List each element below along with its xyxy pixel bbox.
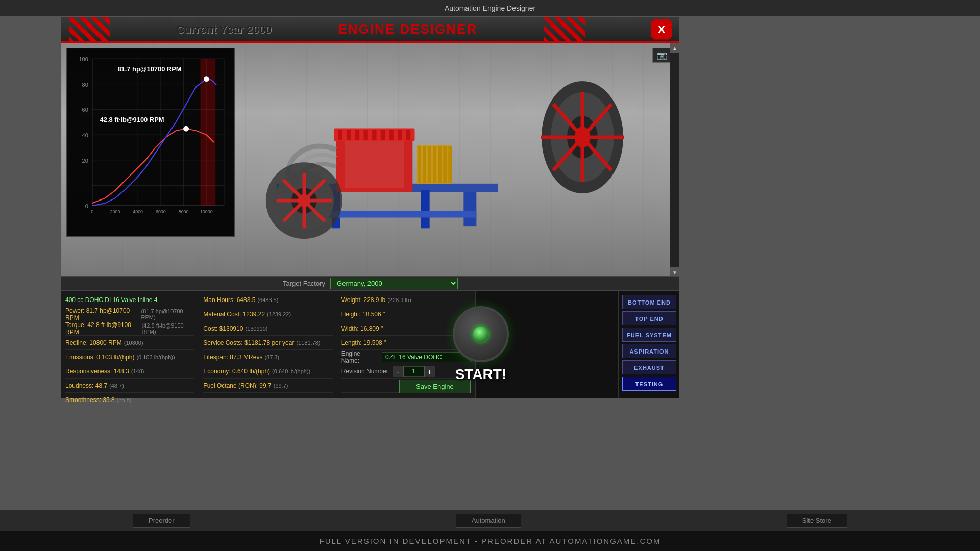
lifespan-label: Lifespan: 87.3 MRevs <box>203 354 262 361</box>
svg-text:60: 60 <box>82 107 88 113</box>
window-header: Current Year 2000 ENGINE DESIGNER X <box>61 17 679 43</box>
smoothness-label: Smoothness: 35.8 <box>65 396 115 404</box>
svg-text:2000: 2000 <box>110 209 120 214</box>
svg-rect-53 <box>428 146 431 183</box>
start-indicator <box>473 327 488 342</box>
start-area: START! <box>410 288 552 395</box>
responsiveness-label: Responsiveness: 148.3 <box>65 368 129 375</box>
svg-text:80: 80 <box>82 82 88 88</box>
svg-rect-41 <box>338 130 342 140</box>
cost-base: (130910) <box>245 325 267 332</box>
svg-rect-42 <box>347 130 351 140</box>
height-label: Height: 18.506 " <box>341 311 385 318</box>
scroll-up-arrow[interactable]: ▲ <box>670 43 679 53</box>
factory-dropdown[interactable]: Germany, 2000 <box>330 278 458 289</box>
loudness-base: (48.7) <box>109 383 124 389</box>
top-end-button[interactable]: TOP END <box>622 311 676 325</box>
bottom-end-button[interactable]: BOTTOM END <box>622 295 676 309</box>
redline-label: Redline: 10800 RPM <box>65 339 122 346</box>
economy-base: (0.640 lb/(hph)) <box>272 368 310 374</box>
svg-text:6000: 6000 <box>156 209 166 214</box>
start-label[interactable]: START! <box>455 366 507 383</box>
preorder-text: FULL VERSION IN DEVELOPMENT - PREORDER A… <box>320 537 661 545</box>
exhaust-button[interactable]: EXHAUST <box>622 360 676 374</box>
power-label: Power: 81.7 hp@10700 RPM <box>65 307 139 321</box>
svg-rect-51 <box>418 146 421 183</box>
man-hours-base: (6483.5) <box>257 297 278 303</box>
main-window: Current Year 2000 ENGINE DESIGNER X <box>60 16 680 399</box>
svg-rect-55 <box>438 146 442 183</box>
lifespan-row: Lifespan: 87.3 MRevs (87.3) <box>203 350 332 364</box>
emissions-label: Emissions: 0.103 lb/(hph) <box>65 354 134 361</box>
title-bar-label: Automation Engine Designer <box>445 4 535 12</box>
header-title: ENGINE DESIGNER <box>338 21 478 37</box>
header-year: Current Year 2000 <box>176 23 272 36</box>
svg-rect-39 <box>345 137 404 188</box>
service-costs-label: Service Costs: $1181.78 per year <box>203 339 294 346</box>
svg-rect-48 <box>398 130 402 140</box>
factory-label: Target Factory <box>283 280 325 287</box>
svg-text:8000: 8000 <box>179 209 189 214</box>
material-cost-label: Material Cost: 1239.22 <box>203 311 265 318</box>
svg-text:100: 100 <box>79 56 88 62</box>
close-button[interactable]: X <box>651 19 672 40</box>
camera-icon[interactable]: 📷 <box>652 48 672 63</box>
material-cost-base: (1239.22) <box>267 311 291 317</box>
svg-rect-44 <box>364 130 368 140</box>
svg-rect-34 <box>463 192 476 227</box>
start-button[interactable] <box>453 306 509 362</box>
engine-visual <box>255 84 510 262</box>
svg-rect-49 <box>406 130 410 140</box>
title-bar: Automation Engine Designer <box>0 0 980 16</box>
aspiration-button[interactable]: ASPIRATION <box>622 344 676 358</box>
torque-label: Torque: 42.8 ft-lb@9100 RPM <box>65 321 140 336</box>
automation-footer-button[interactable]: Automation <box>456 514 521 528</box>
start-controls-col: START! <box>475 291 618 398</box>
engine-description-row: 400 cc DOHC DI 16 Valve Inline 4 <box>65 293 194 307</box>
redline-row: Redline: 10800 RPM (10800) <box>65 336 194 350</box>
bottom-panel: Target Factory Germany, 2000 400 cc DOHC… <box>61 276 679 398</box>
svg-text:0: 0 <box>91 209 93 214</box>
emissions-row: Emissions: 0.103 lb/(hph) (0.103 lb/(hph… <box>65 350 194 364</box>
scene-area: 100 80 60 40 20 0 0 2000 4000 6000 8000 … <box>61 43 679 278</box>
svg-rect-46 <box>381 130 385 140</box>
cost-label: Cost: $130910 <box>203 325 243 332</box>
material-cost-row: Material Cost: 1239.22 (1239.22) <box>203 307 332 321</box>
svg-rect-52 <box>423 146 426 183</box>
loudness-row: Loudness: 48.7 (48.7) <box>65 379 194 393</box>
man-hours-row: Man Hours: 6483.5 (6483.5) <box>203 293 332 307</box>
economy-row: Economy: 0.640 lb/(hph) (0.640 lb/(hph)) <box>203 364 332 379</box>
svg-rect-56 <box>443 146 447 183</box>
width-label: Width: 16.809 " <box>341 325 383 332</box>
weight-label: Weight: 228.9 lb <box>341 296 386 304</box>
peak-torque-marker <box>184 126 189 131</box>
power-base: (81.7 hp@10700 RPM) <box>141 308 195 320</box>
weight-base: (228.9 lb) <box>387 297 411 303</box>
svg-text:81.7 hp@10700 RPM: 81.7 hp@10700 RPM <box>117 65 181 73</box>
scene-scrollbar[interactable]: ▲ ▼ <box>670 43 679 278</box>
revision-minus-button[interactable]: - <box>393 366 404 377</box>
responsiveness-row: Responsiveness: 148.3 (148) <box>65 364 194 379</box>
lifespan-base: (87.3) <box>264 354 279 360</box>
responsiveness-base: (148) <box>131 368 144 374</box>
fuel-octane-label: Fuel Octane (RON): 99.7 <box>203 382 271 389</box>
factory-bar: Target Factory Germany, 2000 <box>61 277 679 291</box>
svg-rect-43 <box>355 130 359 140</box>
header-stripes-left <box>69 17 110 42</box>
preorder-footer-button[interactable]: Preorder <box>133 514 190 528</box>
svg-text:20: 20 <box>82 158 88 164</box>
svg-rect-36 <box>421 190 430 228</box>
engine-controls-col: BOTTOM END TOP END FUEL SYSTEM ASPIRATIO… <box>618 291 679 398</box>
svg-rect-45 <box>372 130 376 140</box>
testing-button[interactable]: TESTING <box>622 377 676 391</box>
cost-row: Cost: $130910 (130910) <box>203 321 332 336</box>
fuel-system-button[interactable]: FUEL SYSTEM <box>622 328 676 342</box>
site-store-footer-button[interactable]: Site Store <box>787 514 847 528</box>
svg-text:4000: 4000 <box>133 209 143 214</box>
torque-row: Torque: 42.8 ft-lb@9100 RPM (42.8 ft-lb@… <box>65 321 194 336</box>
header-stripes-right <box>544 17 585 42</box>
svg-rect-57 <box>448 146 452 183</box>
power-chart: 100 80 60 40 20 0 0 2000 4000 6000 8000 … <box>67 48 234 236</box>
smoothness-row: Smoothness: 35.8 (35.8) <box>65 393 194 407</box>
fuel-octane-row: Fuel Octane (RON): 99.7 (99.7) <box>203 379 332 393</box>
